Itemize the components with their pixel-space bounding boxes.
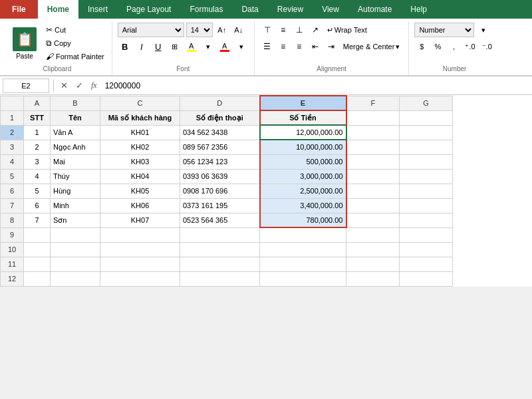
tab-data[interactable]: Data — [232, 0, 267, 19]
cell-g11[interactable] — [400, 257, 453, 271]
underline-button[interactable]: U — [151, 39, 166, 54]
cell-f3[interactable] — [346, 140, 400, 154]
align-bottom-button[interactable]: ⊥ — [292, 23, 307, 37]
cell-g2[interactable] — [400, 125, 453, 140]
cell-e7[interactable]: 3,400,000.00 — [260, 198, 346, 213]
cell-b5[interactable]: Thúy — [51, 169, 100, 184]
cell-b4[interactable]: Mai — [51, 154, 100, 169]
cell-e3[interactable]: 10,000,000.00 — [260, 140, 346, 154]
cell-d6[interactable]: 0908 170 696 — [180, 184, 260, 198]
cell-c7[interactable]: KH06 — [100, 198, 180, 213]
tab-help[interactable]: Help — [401, 0, 436, 19]
cell-g7[interactable] — [400, 198, 453, 213]
align-right-button[interactable]: ≡ — [292, 39, 307, 54]
cell-d7[interactable]: 0373 161 195 — [180, 198, 260, 213]
cell-c12[interactable] — [100, 271, 180, 286]
align-left-button[interactable]: ☰ — [260, 39, 275, 54]
cell-a5[interactable]: 4 — [24, 169, 51, 184]
cut-button[interactable]: ✂ Cut — [44, 24, 106, 36]
row-header-11[interactable]: 11 — [1, 257, 24, 271]
decrease-decimal-button[interactable]: ⁻.0 — [479, 39, 495, 54]
cell-f7[interactable] — [346, 198, 400, 213]
copy-button[interactable]: ⧉ Copy — [44, 37, 106, 49]
cell-a8[interactable]: 7 — [24, 213, 51, 227]
cell-b12[interactable] — [51, 271, 100, 286]
font-size-select[interactable]: 14 — [186, 23, 213, 37]
cell-e9[interactable] — [260, 227, 346, 242]
tab-file[interactable]: File — [0, 0, 38, 19]
cell-g8[interactable] — [400, 213, 453, 227]
cell-b11[interactable] — [51, 257, 100, 271]
cell-g9[interactable] — [400, 227, 453, 242]
cell-g3[interactable] — [400, 140, 453, 154]
cell-c5[interactable]: KH04 — [100, 169, 180, 184]
cell-e12[interactable] — [260, 271, 346, 286]
cell-c2[interactable]: KH01 — [100, 125, 180, 140]
format-painter-button[interactable]: 🖌 Format Painter — [44, 51, 106, 63]
row-header-10[interactable]: 10 — [1, 242, 24, 257]
cell-f10[interactable] — [346, 242, 400, 257]
percent-button[interactable]: % — [430, 39, 445, 54]
row-header-1[interactable]: 1 — [1, 110, 24, 125]
align-top-button[interactable]: ⊤ — [260, 23, 275, 37]
cell-e6[interactable]: 2,500,000.00 — [260, 184, 346, 198]
cell-a12[interactable] — [24, 271, 51, 286]
cell-e11[interactable] — [260, 257, 346, 271]
align-center-button[interactable]: ≡ — [276, 39, 291, 54]
tab-page-layout[interactable]: Page Layout — [117, 0, 180, 19]
chevron-number-icon[interactable]: ▾ — [476, 23, 491, 37]
col-header-c[interactable]: C — [100, 96, 180, 110]
cell-g5[interactable] — [400, 169, 453, 184]
cell-f5[interactable] — [346, 169, 400, 184]
row-header-12[interactable]: 12 — [1, 271, 24, 286]
cell-a6[interactable]: 5 — [24, 184, 51, 198]
cell-b6[interactable]: Hùng — [51, 184, 100, 198]
cell-b2[interactable]: Văn A — [51, 125, 100, 140]
row-header-7[interactable]: 7 — [1, 198, 24, 213]
increase-decimal-button[interactable]: ⁺.0 — [462, 39, 477, 54]
row-header-4[interactable]: 4 — [1, 154, 24, 169]
cell-c10[interactable] — [100, 242, 180, 257]
tab-view[interactable]: View — [313, 0, 348, 19]
cell-a2[interactable]: 1 — [24, 125, 51, 140]
dollar-button[interactable]: $ — [414, 39, 429, 54]
cell-d11[interactable] — [180, 257, 260, 271]
cell-f4[interactable] — [346, 154, 400, 169]
cell-e10[interactable] — [260, 242, 346, 257]
formula-input[interactable] — [102, 78, 529, 93]
border-button[interactable]: ⊞ — [168, 39, 182, 54]
cell-d8[interactable]: 0523 564 365 — [180, 213, 260, 227]
paste-button[interactable]: 📋 Paste — [8, 24, 41, 63]
cancel-formula-icon[interactable]: ✕ — [58, 78, 70, 92]
fill-color-button[interactable]: A — [184, 39, 199, 54]
col-header-a[interactable]: A — [24, 96, 51, 110]
confirm-formula-icon[interactable]: ✓ — [73, 78, 86, 92]
tab-home[interactable]: Home — [38, 0, 78, 19]
italic-button[interactable]: I — [134, 39, 149, 54]
cell-f6[interactable] — [346, 184, 400, 198]
cell-g1[interactable] — [400, 110, 453, 125]
cell-b9[interactable] — [51, 227, 100, 242]
cell-b1[interactable]: Tên — [51, 110, 100, 125]
cell-b3[interactable]: Ngọc Anh — [51, 140, 100, 154]
cell-f2[interactable] — [346, 125, 400, 140]
cell-e1[interactable]: Số Tiền — [260, 110, 346, 125]
cell-c4[interactable]: KH03 — [100, 154, 180, 169]
cell-c6[interactable]: KH05 — [100, 184, 180, 198]
col-header-d[interactable]: D — [180, 96, 260, 110]
cell-d12[interactable] — [180, 271, 260, 286]
cell-a4[interactable]: 3 — [24, 154, 51, 169]
cell-d1[interactable]: Số điện thoại — [180, 110, 260, 125]
cell-c1[interactable]: Mã số khách hàng — [100, 110, 180, 125]
cell-e4[interactable]: 500,000.00 — [260, 154, 346, 169]
tab-automate[interactable]: Automate — [348, 0, 401, 19]
tab-review[interactable]: Review — [268, 0, 313, 19]
cell-d5[interactable]: 0393 06 3639 — [180, 169, 260, 184]
bold-button[interactable]: B — [118, 39, 132, 54]
cell-b10[interactable] — [51, 242, 100, 257]
cell-f11[interactable] — [346, 257, 400, 271]
cell-g10[interactable] — [400, 242, 453, 257]
cell-a1[interactable]: STT — [24, 110, 51, 125]
cell-b7[interactable]: Minh — [51, 198, 100, 213]
cell-d3[interactable]: 089 567 2356 — [180, 140, 260, 154]
